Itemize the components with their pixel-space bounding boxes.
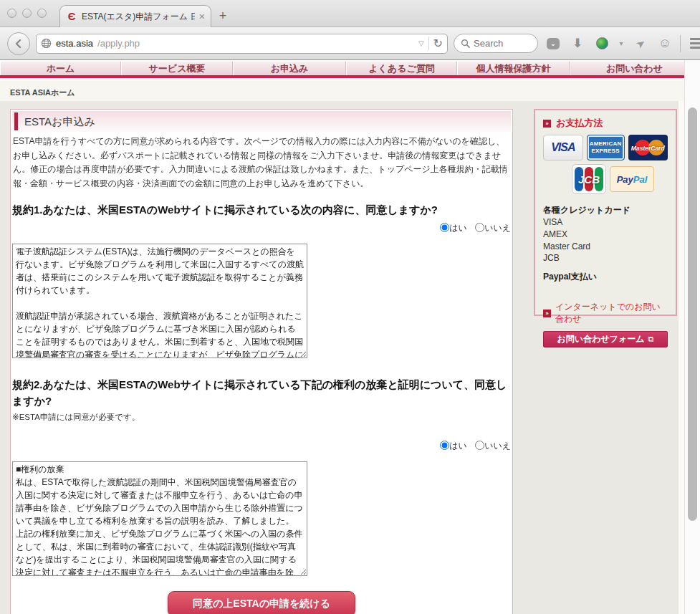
terms2-textarea[interactable]: ■権利の放棄 私は、ESTAで取得した渡航認証の期間中、米国税関国境警備局審査官… [12,461,307,576]
terms1-radio-group: はい いいえ [11,222,511,234]
external-form-icon: ⧉ [648,335,654,344]
web-page: ホーム サービス概要 お申込み よくあるご質問 個人情報保護方針 お問い合わせ … [0,60,700,614]
terms2-yes-option[interactable]: はい [440,441,467,451]
pocket-button[interactable]: ⌄ [544,34,562,53]
amex-logo: AMERICAN EXPRESS [587,135,625,160]
browser-toolbar: esta.asia/apply.php ▽ ↻ ⌄ ⬇ ▾ ➤ ☺ [0,27,700,60]
nav-item-contact[interactable]: お問い合わせ [570,62,699,75]
window-zoom-button[interactable] [37,9,47,18]
search-input[interactable] [474,38,531,49]
arrow-bullet-icon: » [543,120,551,128]
site-favicon: Є [66,11,77,22]
amex-logo-line1: AMERICAN [590,140,622,148]
credit-card-heading: 各種クレジットカード [543,204,668,216]
mastercard-logo-text: MasterCard [628,145,668,152]
contact-form-button-label: お問い合わせフォーム [557,333,645,345]
browser-tab[interactable]: Є ESTA(エスタ)申請フォーム 日... × [59,5,211,27]
contact-form-button[interactable]: お問い合わせフォーム ⧉ [543,331,668,347]
terms1-yes-label: はい [449,223,467,233]
window-scrollbar-thumb[interactable] [688,107,697,521]
window-close-button[interactable] [7,9,16,18]
intro-text: ESTA申請を行うすべての方に同意が求められる内容です。次ページでの情報入力の際… [13,135,509,191]
nav-item-apply[interactable]: お申込み [233,62,346,75]
arrow-bullet-icon: » [543,310,551,317]
window-scrollbar-track[interactable] [684,60,700,614]
addon-dropdown[interactable]: ▾ [617,34,625,53]
nav-item-faq[interactable]: よくあるご質問 [346,62,457,75]
terms2-no-label: いいえ [484,441,511,451]
browser-tab-bar: Є ESTA(エスタ)申請フォーム 日... × + [0,0,700,27]
submit-area: 同意の上ESTAの申請を続ける [11,591,512,614]
terms2-no-radio[interactable] [475,441,484,450]
nav-item-home[interactable]: ホーム [0,62,121,75]
payment-methods-title: お支払方法 [556,117,603,130]
window-controls [7,9,47,18]
credit-list-item: JCB [543,252,668,264]
url-path: /apply.php [97,38,140,49]
terms1-heading: 規約1.あなたは、米国ESTAのWebサイトに掲示されている次の内容に、同意しま… [12,202,509,219]
downloads-button[interactable]: ⬇ [568,34,587,53]
globe-icon [41,38,52,49]
paypal-logo: PayPal [610,166,654,192]
download-icon: ⬇ [572,36,582,51]
site-navigation: ホーム サービス概要 お申込み よくあるご質問 個人情報保護方針 お問い合わせ [0,60,700,78]
card-logos-row2: JCB PayPal [543,164,668,194]
terms1-textarea[interactable]: 電子渡航認証システム(ESTA)は、法施行機関のデータベースとの照合を行ないます… [12,244,307,358]
terms1-yes-option[interactable]: はい [440,223,467,233]
tab-title: ESTA(エスタ)申請フォーム 日... [82,11,195,23]
terms2-no-option[interactable]: いいえ [475,441,511,451]
terms2-heading: 規約2.あなたは、米国ESTAのWebサイトに掲示されている下記の権利の放棄と証… [12,377,509,409]
chevron-down-icon: ▾ [619,39,623,47]
page-title: ESTAお申込み [12,111,511,132]
menu-button[interactable] [686,34,700,53]
mastercard-logo: MasterCard [628,135,668,160]
payment-title-row: » お支払方法 [543,117,668,130]
terms1-no-option[interactable]: いいえ [475,223,511,233]
amex-logo-line2: EXPRESS [591,148,619,155]
breadcrumb-band: ESTA ASIAホーム [0,81,700,101]
back-button[interactable] [7,32,30,55]
sidebar: » お支払方法 VISA AMERICAN EXPRESS MasterCard… [534,109,677,316]
visa-logo-text: VISA [551,141,575,154]
paypal-payment-label: Paypal支払い [543,271,668,283]
credit-list-item: Master Card [543,241,668,253]
terms1-no-radio[interactable] [475,223,484,232]
search-icon [461,39,470,48]
window-minimize-button[interactable] [22,9,32,18]
terms2-yes-label: はい [449,441,467,451]
addon-globe-icon [596,37,608,49]
pocket-icon: ⌄ [547,38,560,49]
visa-logo: VISA [543,135,583,160]
smiley-icon: ☺ [658,36,671,51]
terms1-yes-radio[interactable] [440,223,449,232]
contact-title-row: » インターネットでのお問い合わせ [543,301,668,325]
toolbar-divider [680,35,681,52]
application-form-panel: ESTAお申込み ESTA申請を行うすべての方に同意が求められる内容です。次ペー… [10,109,513,614]
paper-plane-icon: ➤ [633,36,648,52]
internet-contact-title: インターネットでのお問い合わせ [555,301,668,325]
addon-button[interactable] [593,34,611,53]
terms2-radio-group: はい いいえ [11,440,511,452]
feedback-button[interactable]: ☺ [656,34,674,53]
terms2-yes-radio[interactable] [440,441,449,450]
continue-application-button[interactable]: 同意の上ESTAの申請を続ける [168,591,355,614]
share-button[interactable]: ➤ [631,34,650,53]
breadcrumb[interactable]: ESTA ASIAホーム [0,81,700,98]
url-bar[interactable]: esta.asia/apply.php ▽ ↻ [36,34,448,54]
paypal-logo-pay: Pay [617,174,633,185]
search-box[interactable] [454,34,538,53]
reload-icon[interactable]: ↻ [428,37,443,50]
url-dropdown-icon[interactable]: ▽ [418,39,424,47]
card-logos-row1: VISA AMERICAN EXPRESS MasterCard [543,135,668,160]
jcb-logo-text: JCB [572,173,605,186]
url-host: esta.asia [56,38,93,49]
nav-item-service-overview[interactable]: サービス概要 [121,62,233,75]
heading-accent-bar [14,112,18,130]
back-arrow-icon [14,39,24,49]
hamburger-icon [690,38,700,49]
tab-close-icon[interactable]: × [199,11,205,21]
credit-list-item: VISA [543,216,668,229]
nav-item-privacy-policy[interactable]: 個人情報保護方針 [457,62,570,75]
new-tab-button[interactable]: + [215,9,231,24]
terms2-note: ※ESTA申請には同意が必要です。 [12,412,509,423]
